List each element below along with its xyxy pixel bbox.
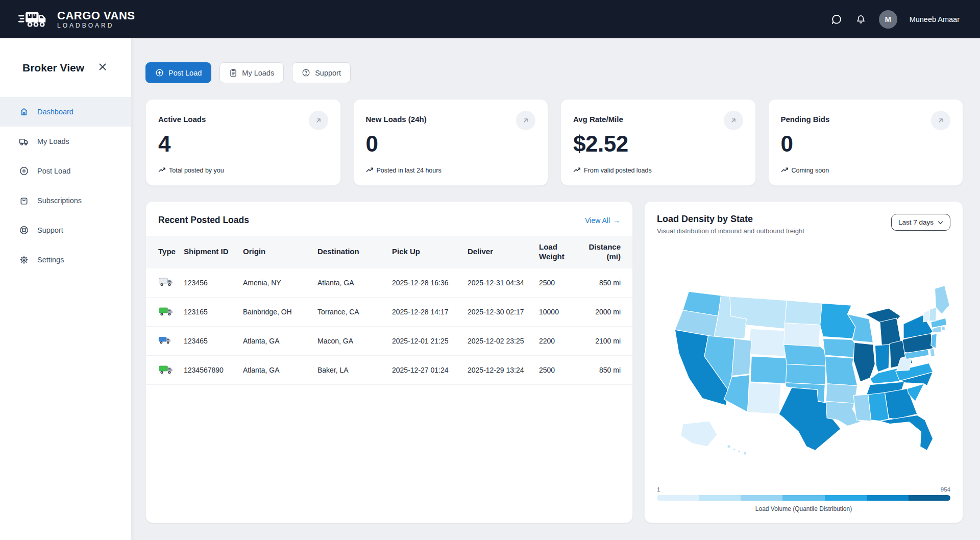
- plus-circle-icon: [155, 68, 164, 77]
- state-NH[interactable]: [928, 307, 936, 321]
- cell-origin: Atlanta, GA: [239, 356, 313, 385]
- sidebar-item-support[interactable]: Support: [0, 215, 131, 245]
- chevron-down-icon: [938, 218, 943, 226]
- stat-value: 4: [158, 131, 328, 157]
- state-HI[interactable]: [738, 450, 740, 452]
- sidebar-title: Broker View: [22, 62, 84, 74]
- arrow-up-right-icon[interactable]: [931, 111, 950, 130]
- state-NE[interactable]: [783, 344, 827, 365]
- stat-label: Pending Bids: [781, 115, 830, 124]
- sidebar-item-subscriptions[interactable]: Subscriptions: [0, 186, 131, 215]
- col-type: Type: [146, 236, 180, 268]
- brand-name: CARGO VANS: [57, 10, 135, 21]
- state-MO[interactable]: [825, 356, 857, 386]
- cell-origin: Amenia, NY: [239, 268, 313, 298]
- state-SD[interactable]: [783, 323, 820, 346]
- state-AK[interactable]: [680, 421, 717, 446]
- legend-color-step: [699, 495, 741, 501]
- cell-load-weight: 2500: [535, 356, 582, 385]
- arrow-up-right-icon[interactable]: [309, 111, 328, 130]
- cell-shipment-id: 123456: [180, 268, 239, 298]
- sidebar-item-settings[interactable]: Settings: [0, 245, 131, 275]
- cell-pickup: 2025-12-27 01:24: [388, 356, 463, 385]
- col-shipment-id: Shipment ID: [180, 236, 239, 268]
- state-AR[interactable]: [826, 383, 857, 403]
- sidebar-item-label: Post Load: [37, 167, 70, 175]
- sidebar-item-my-loads[interactable]: My Loads: [0, 127, 131, 156]
- toolbar: Post Load My Loads: [145, 62, 963, 83]
- col-deliver: Deliver: [463, 236, 535, 268]
- us-choropleth-map: [645, 238, 963, 486]
- state-KS[interactable]: [786, 364, 826, 384]
- legend-caption: Load Volume (Quantile Distribution): [657, 505, 950, 512]
- chat-icon[interactable]: [830, 13, 843, 26]
- notifications-bell-icon[interactable]: [854, 13, 868, 26]
- recent-loads-card: Recent Posted Loads View All → Type: [145, 201, 633, 523]
- stat-label: Active Loads: [158, 115, 206, 124]
- cell-load-weight: 10000: [535, 298, 582, 327]
- state-NM[interactable]: [747, 382, 780, 413]
- home-icon: [18, 107, 29, 117]
- load-density-card: Load Density by State Visual distributio…: [644, 201, 963, 523]
- avatar[interactable]: M: [879, 10, 897, 29]
- post-load-button[interactable]: Post Load: [145, 62, 211, 83]
- state-CO[interactable]: [750, 356, 791, 384]
- my-loads-button[interactable]: My Loads: [219, 62, 284, 83]
- arrow-right-icon: →: [613, 216, 620, 225]
- state-UT[interactable]: [731, 338, 751, 376]
- sidebar-item-label: Settings: [37, 256, 64, 264]
- state-WY[interactable]: [748, 329, 787, 356]
- sidebar-item-dashboard[interactable]: Dashboard: [0, 97, 131, 127]
- sidebar-item-label: Support: [37, 226, 63, 234]
- state-MN[interactable]: [820, 303, 855, 338]
- date-range-selector[interactable]: Last 7 days: [891, 214, 950, 231]
- lifebuoy-icon: [18, 225, 29, 236]
- close-icon[interactable]: [96, 61, 109, 75]
- state-IA[interactable]: [823, 338, 856, 357]
- state-HI[interactable]: [733, 448, 736, 451]
- sidebar: Broker View Dashboard: [0, 38, 131, 540]
- state-IN[interactable]: [875, 344, 890, 372]
- view-all-link[interactable]: View All →: [585, 216, 620, 225]
- cell-load-weight: 2200: [535, 327, 582, 356]
- cell-pickup: 2025-12-28 16:36: [388, 268, 463, 298]
- arrow-up-right-icon[interactable]: [516, 111, 535, 130]
- state-RI[interactable]: [941, 326, 945, 331]
- sidebar-item-post-load[interactable]: Post Load: [0, 156, 131, 186]
- truck-type-icon: [158, 335, 172, 345]
- state-HI[interactable]: [743, 452, 746, 455]
- stat-subtitle: Posted in last 24 hours: [377, 167, 442, 174]
- state-ME[interactable]: [935, 285, 949, 314]
- table-row: 1234567890 Atlanta, GA Baker, LA 2025-12…: [146, 356, 633, 385]
- sidebar-item-label: Dashboard: [37, 108, 74, 116]
- stat-card-active-loads: Active Loads 4 Total posted by you: [145, 99, 341, 186]
- cell-load-weight: 2500: [535, 268, 582, 298]
- brand-subtitle: LOADBOARD: [57, 22, 135, 29]
- legend-gradient-bar: [657, 495, 950, 501]
- cell-shipment-id: 123165: [180, 298, 239, 327]
- stat-value: 0: [366, 131, 536, 157]
- support-button[interactable]: Support: [292, 62, 351, 83]
- truck-logo-icon: [18, 8, 52, 31]
- state-IL[interactable]: [853, 342, 875, 382]
- legend-max: 954: [941, 486, 950, 493]
- cell-distance: 2100 mi: [582, 327, 633, 356]
- stat-label: New Loads (24h): [366, 115, 427, 124]
- gear-icon: [18, 255, 29, 265]
- map-title: Load Density by State: [657, 214, 804, 225]
- cell-distance: 2000 mi: [582, 298, 633, 327]
- trending-up-icon: [158, 166, 166, 174]
- legend-color-step: [782, 495, 824, 501]
- truck-type-icon: [158, 364, 174, 375]
- state-DE[interactable]: [929, 348, 935, 356]
- arrow-up-right-icon[interactable]: [724, 111, 743, 130]
- state-FL[interactable]: [879, 415, 933, 450]
- state-ND[interactable]: [785, 300, 822, 325]
- legend-color-step: [867, 495, 909, 501]
- state-NJ[interactable]: [930, 333, 937, 348]
- brand-logo: CARGO VANS LOADBOARD: [18, 8, 135, 31]
- main-content: Post Load My Loads: [131, 38, 980, 540]
- state-HI[interactable]: [727, 445, 730, 448]
- cell-distance: 850 mi: [582, 268, 633, 298]
- cell-deliver: 2025-12-29 13:24: [463, 356, 535, 385]
